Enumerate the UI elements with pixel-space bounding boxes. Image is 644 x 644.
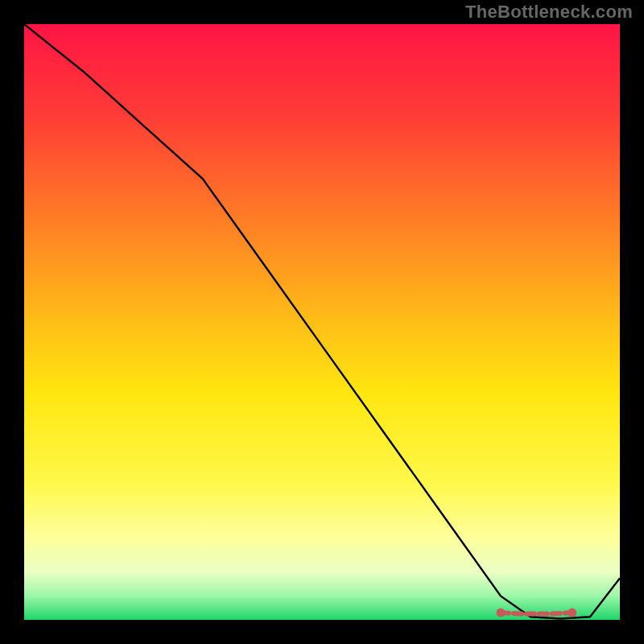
marker-dash (501, 613, 572, 614)
marker-knob (497, 609, 506, 617)
chart-svg (24, 24, 620, 620)
plot-area (24, 24, 620, 620)
watermark-text: TheBottleneck.com (465, 2, 633, 23)
gradient-background (24, 24, 620, 620)
chart-frame: TheBottleneck.com (0, 0, 644, 644)
marker-knob (568, 609, 576, 617)
